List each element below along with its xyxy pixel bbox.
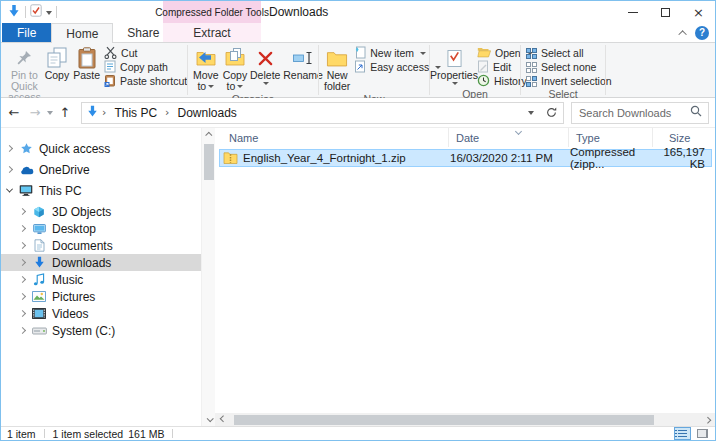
sidebar-item-documents[interactable]: Documents bbox=[1, 237, 201, 254]
separator bbox=[56, 6, 57, 18]
file-date-cell: 16/03/2020 2:11 PM bbox=[444, 152, 564, 164]
maximize-button[interactable] bbox=[649, 1, 682, 23]
titlebar: Compressed Folder Tools Downloads × bbox=[1, 1, 715, 23]
separator bbox=[25, 6, 26, 18]
horizontal-scrollbar[interactable] bbox=[215, 413, 715, 426]
minimize-button[interactable] bbox=[616, 1, 649, 23]
sidebar-item-3d-objects[interactable]: 3D Objects bbox=[1, 203, 201, 220]
forward-button[interactable]: → bbox=[26, 102, 44, 124]
qat-properties-icon[interactable] bbox=[30, 4, 42, 20]
refresh-button[interactable] bbox=[541, 103, 561, 123]
sidebar-item-this-pc[interactable]: This PC bbox=[1, 182, 201, 199]
expand-chevron-icon[interactable] bbox=[6, 145, 13, 152]
move-to-button[interactable]: Move to bbox=[191, 45, 221, 93]
delete-button[interactable]: Delete bbox=[249, 45, 281, 86]
sidebar-item-desktop[interactable]: Desktop bbox=[1, 220, 201, 237]
3d-objects-icon bbox=[31, 206, 47, 218]
ribbon-corner: ? bbox=[681, 23, 709, 42]
desktop-icon bbox=[31, 223, 47, 235]
expand-chevron-icon[interactable] bbox=[19, 276, 26, 283]
properties-button[interactable]: Properties bbox=[433, 45, 475, 86]
expand-chevron-icon[interactable] bbox=[19, 225, 26, 232]
paste-icon bbox=[78, 46, 96, 70]
search-input[interactable] bbox=[579, 107, 690, 119]
pictures-icon bbox=[31, 291, 47, 302]
open-folder-icon bbox=[477, 46, 491, 60]
copy-path-button[interactable]: Copy path bbox=[102, 60, 189, 74]
column-header-date[interactable]: Date bbox=[449, 128, 569, 147]
navigation-bar: ← → ↑ This PC Downloads bbox=[1, 98, 715, 128]
scroll-down-icon[interactable] bbox=[202, 413, 216, 426]
collapse-chevron-icon[interactable] bbox=[6, 186, 13, 193]
breadcrumb-separator-icon bbox=[101, 106, 107, 119]
expand-chevron-icon[interactable] bbox=[6, 166, 13, 173]
qat-customize-caret-icon[interactable] bbox=[46, 11, 52, 15]
new-folder-button[interactable]: New folder bbox=[322, 45, 352, 93]
breadcrumb-downloads[interactable]: Downloads bbox=[173, 106, 242, 120]
scroll-right-icon[interactable] bbox=[701, 413, 715, 426]
expand-chevron-icon[interactable] bbox=[19, 310, 26, 317]
window-title: Downloads bbox=[269, 1, 328, 23]
onedrive-cloud-icon bbox=[18, 165, 34, 175]
paste-shortcut-button[interactable]: Paste shortcut bbox=[102, 74, 189, 88]
breadcrumb-this-pc[interactable]: This PC bbox=[109, 106, 162, 120]
tab-home[interactable]: Home bbox=[51, 23, 113, 43]
sidebar-item-videos[interactable]: Videos bbox=[1, 305, 201, 322]
main-area: Quick access OneDrive This PC 3D Objects bbox=[1, 128, 715, 426]
pin-icon bbox=[15, 46, 33, 70]
invert-selection-button[interactable]: Invert selection bbox=[524, 74, 614, 88]
expand-chevron-icon[interactable] bbox=[19, 259, 26, 266]
help-icon[interactable]: ? bbox=[695, 26, 709, 40]
downloads-icon bbox=[31, 256, 47, 269]
sidebar-scrollbar[interactable] bbox=[201, 128, 215, 426]
search-icon[interactable] bbox=[690, 105, 702, 120]
pin-to-quick-access-button[interactable]: Pin to Quick access bbox=[6, 45, 43, 104]
delete-icon bbox=[257, 46, 274, 70]
address-bar[interactable]: This PC Downloads bbox=[81, 102, 564, 124]
drive-icon bbox=[31, 326, 47, 336]
copy-button[interactable]: Copy bbox=[43, 45, 72, 82]
file-row-selected[interactable]: English_Year_4_Fortnight_1.zip 16/03/202… bbox=[219, 149, 712, 167]
expand-chevron-icon[interactable] bbox=[19, 208, 26, 215]
file-list[interactable]: English_Year_4_Fortnight_1.zip 16/03/202… bbox=[215, 147, 715, 413]
expand-chevron-icon[interactable] bbox=[19, 242, 26, 249]
recent-locations-caret-icon[interactable] bbox=[47, 111, 53, 115]
history-icon bbox=[477, 74, 490, 89]
select-all-button[interactable]: Select all bbox=[524, 46, 614, 60]
downloads-folder-icon bbox=[86, 105, 99, 121]
sidebar-item-music[interactable]: Music bbox=[1, 271, 201, 288]
column-header-name[interactable]: Name bbox=[223, 128, 449, 147]
sidebar-item-downloads[interactable]: Downloads bbox=[1, 254, 201, 271]
sidebar-item-onedrive[interactable]: OneDrive bbox=[1, 161, 201, 178]
select-none-button[interactable]: Select none bbox=[524, 60, 614, 74]
collapse-ribbon-icon[interactable] bbox=[678, 30, 686, 38]
details-view-button[interactable] bbox=[674, 427, 691, 440]
scroll-up-icon[interactable] bbox=[202, 128, 216, 141]
quick-access-toolbar bbox=[1, 1, 57, 23]
sidebar-item-quick-access[interactable]: Quick access bbox=[1, 140, 201, 157]
address-dropdown-caret-icon[interactable] bbox=[528, 111, 534, 115]
new-folder-icon bbox=[326, 46, 348, 70]
paste-button[interactable]: Paste bbox=[71, 45, 102, 82]
expand-chevron-icon[interactable] bbox=[19, 327, 26, 334]
tab-extract[interactable]: Extract bbox=[183, 23, 240, 42]
cut-button[interactable]: Cut bbox=[102, 46, 189, 60]
file-name-cell: English_Year_4_Fortnight_1.zip bbox=[220, 151, 444, 166]
column-header-size[interactable]: Size bbox=[653, 128, 715, 147]
scroll-left-icon[interactable] bbox=[215, 413, 229, 426]
sidebar-item-pictures[interactable]: Pictures bbox=[1, 288, 201, 305]
close-button[interactable]: × bbox=[682, 1, 715, 23]
copy-to-button[interactable]: Copy to bbox=[221, 45, 250, 93]
expand-chevron-icon[interactable] bbox=[19, 293, 26, 300]
tab-file[interactable]: File bbox=[2, 23, 51, 42]
scrollbar-thumb[interactable] bbox=[204, 144, 214, 180]
back-button[interactable]: ← bbox=[5, 102, 23, 124]
up-button[interactable]: ↑ bbox=[56, 102, 74, 124]
move-to-icon bbox=[196, 46, 216, 70]
window-controls: × bbox=[616, 1, 715, 23]
scrollbar-thumb[interactable] bbox=[234, 415, 654, 425]
column-header-type[interactable]: Type bbox=[569, 128, 653, 147]
sidebar-item-system-c[interactable]: System (C:) bbox=[1, 322, 201, 339]
large-icons-view-button[interactable] bbox=[694, 427, 711, 440]
scrollbar-track[interactable] bbox=[229, 413, 701, 426]
